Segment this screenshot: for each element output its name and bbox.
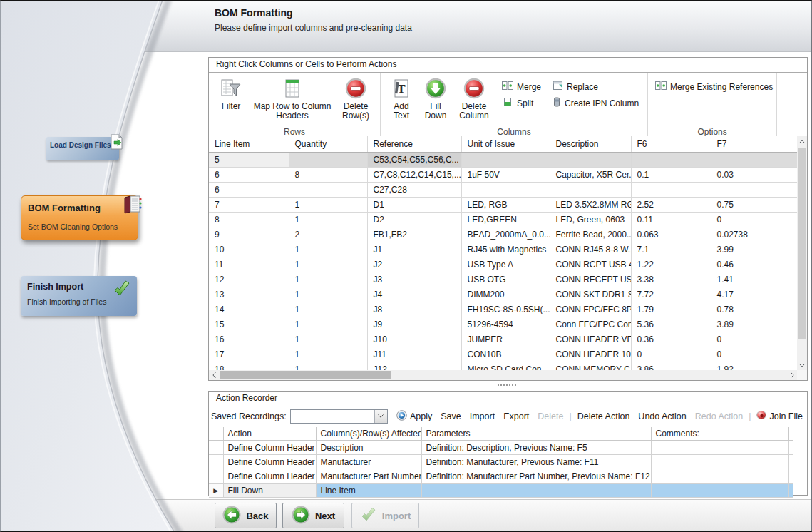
bom-cell[interactable]: 1.41 xyxy=(711,272,791,287)
action-cell[interactable]: Line Item xyxy=(316,484,421,498)
vertical-scroll-thumb[interactable] xyxy=(798,148,806,339)
bom-cell[interactable]: 1 xyxy=(289,302,367,317)
bom-row[interactable]: 141J8FH19SC-8S-0.5SH(...CONN FPC/FFC 8P.… xyxy=(209,302,797,317)
bom-row[interactable]: 81D2LED,GREENLED, Green, 06030.110 xyxy=(209,213,797,227)
action-cell[interactable]: Definition: Manufacturer Part Number, Pr… xyxy=(421,469,651,484)
apply-button[interactable]: Apply xyxy=(396,410,432,423)
bom-cell[interactable]: C53,C54,C55,C56,C... xyxy=(367,153,461,168)
action-cell[interactable] xyxy=(788,455,793,469)
bom-cell[interactable]: 7.72 xyxy=(631,287,711,302)
action-cell[interactable]: Manufacturer Part Number xyxy=(316,469,421,484)
bom-cell[interactable]: 0.46 xyxy=(711,257,791,272)
bom-cell[interactable]: CONN RJ45 8-8 W... xyxy=(550,242,631,257)
action-cell[interactable]: Manufacturer xyxy=(316,455,421,469)
bom-cell[interactable]: 0.02738 xyxy=(711,227,791,242)
bom-cell[interactable]: 3.86 xyxy=(631,362,711,371)
action-cell[interactable]: Definition: Description, Previous Name: … xyxy=(421,441,651,455)
wizard-step-finish-import[interactable]: Finish Import Finish Importing of Files xyxy=(21,276,137,316)
bom-cell[interactable]: Ferrite Bead, 2000... xyxy=(550,227,631,242)
action-column-header[interactable]: Parameters xyxy=(421,427,651,441)
bom-row[interactable]: 181J12Micro SD Card Con...CONN MEMORY C.… xyxy=(209,362,797,371)
bom-cell[interactable]: 13 xyxy=(209,287,289,302)
action-cell[interactable]: Fill Down xyxy=(223,484,316,498)
bom-cell[interactable]: 10 xyxy=(209,242,289,257)
wizard-step-bom-formatting[interactable]: BOM Formatting Set BOM Cleaning Options xyxy=(21,195,138,240)
column-header[interactable]: Description xyxy=(550,136,631,153)
bom-row[interactable]: 6C27,C28 xyxy=(209,183,797,198)
bom-cell[interactable]: USB OTG xyxy=(461,272,550,287)
back-button[interactable]: Back xyxy=(215,503,277,528)
wizard-step-load-design-files[interactable]: Load Design Files xyxy=(46,137,119,160)
bom-cell[interactable]: Conn FFC/FPC Con... xyxy=(550,317,631,332)
map-row-button[interactable]: Map Row to Column Headers xyxy=(250,76,334,121)
bom-row[interactable]: 101J1RJ45 with MagneticsCONN RJ45 8-8 W.… xyxy=(209,242,797,257)
add-text-button[interactable]: T Add Text xyxy=(386,76,416,121)
redo-action-button[interactable]: Redo Action xyxy=(695,411,743,421)
bom-cell[interactable]: LED, RGB xyxy=(461,198,550,213)
bom-cell[interactable]: J10 xyxy=(367,332,461,347)
bom-cell[interactable]: 1.92 xyxy=(711,362,791,371)
bom-cell[interactable]: C27,C28 xyxy=(367,183,461,198)
bom-cell[interactable]: 11 xyxy=(209,257,289,272)
delete-recording-button[interactable]: Delete xyxy=(538,411,563,421)
bom-cell[interactable]: 0 xyxy=(711,213,791,227)
bom-cell[interactable]: 0 xyxy=(631,347,711,362)
bom-cell[interactable]: CONN MEMORY C... xyxy=(550,362,631,371)
bom-cell[interactable] xyxy=(631,183,711,198)
action-cell[interactable] xyxy=(788,484,793,498)
bom-cell[interactable]: 4.17 xyxy=(711,287,791,302)
bom-cell[interactable]: 0.063 xyxy=(631,227,711,242)
bom-row[interactable]: 111J2USB Type ACONN RCPT USB 4...1.220.4… xyxy=(209,257,797,272)
bom-cell[interactable]: 7.1 xyxy=(631,242,711,257)
action-cell[interactable]: Define Column Header xyxy=(223,441,316,455)
replace-button[interactable]: Replace xyxy=(553,78,639,95)
bom-cell[interactable]: 3.38 xyxy=(631,272,711,287)
bom-cell[interactable]: 0.78 xyxy=(711,302,791,317)
bom-cell[interactable]: J2 xyxy=(367,257,461,272)
delete-column-button[interactable]: Delete Column xyxy=(455,76,493,121)
bom-cell[interactable] xyxy=(550,183,631,198)
export-recording-button[interactable]: Export xyxy=(503,411,529,421)
bom-row[interactable]: 121J3USB OTGCONN RECEPT USB...3.381.41 xyxy=(209,272,797,287)
saved-recordings-combobox[interactable] xyxy=(290,409,388,424)
bom-cell[interactable]: 16 xyxy=(209,332,289,347)
horizontal-scroll-thumb[interactable] xyxy=(220,371,391,379)
filter-button[interactable]: Filter xyxy=(215,76,247,111)
bom-cell[interactable]: CONN RCPT USB 4... xyxy=(550,257,631,272)
action-cell[interactable] xyxy=(651,484,788,498)
bom-cell[interactable]: LED,GREEN xyxy=(461,213,550,227)
bom-cell[interactable]: J12 xyxy=(367,362,461,371)
bom-row[interactable]: 171J11CON10BCONN HEADER 10...00 xyxy=(209,347,797,362)
merge-button[interactable]: Merge xyxy=(502,78,541,95)
action-cell[interactable] xyxy=(651,455,788,469)
bom-cell[interactable]: FB1,FB2 xyxy=(367,227,461,242)
bom-cell[interactable]: 12 xyxy=(209,272,289,287)
bom-cell[interactable]: CONN RECEPT USB... xyxy=(550,272,631,287)
action-cell[interactable] xyxy=(651,469,788,484)
bom-cell[interactable] xyxy=(711,153,791,168)
action-row[interactable]: Define Column HeaderManufacturer Part Nu… xyxy=(209,469,793,484)
bom-cell[interactable]: 1 xyxy=(289,287,367,302)
create-ipn-button[interactable]: Create IPN Column xyxy=(553,95,639,111)
bom-cell[interactable] xyxy=(461,153,550,168)
bom-cell[interactable] xyxy=(289,153,367,168)
column-header[interactable]: Reference xyxy=(367,136,461,153)
scroll-up-icon[interactable] xyxy=(797,136,807,146)
bom-cell[interactable] xyxy=(631,153,711,168)
action-cell[interactable]: Description xyxy=(316,441,421,455)
vertical-scrollbar[interactable] xyxy=(797,136,807,370)
bom-cell[interactable]: 1.22 xyxy=(631,257,711,272)
action-row[interactable]: ▶Fill DownLine Item xyxy=(209,484,793,498)
bom-cell[interactable]: J8 xyxy=(367,302,461,317)
bom-cell[interactable]: 1 xyxy=(289,198,367,213)
bom-cell[interactable]: 18 xyxy=(209,362,289,371)
next-button[interactable]: Next xyxy=(282,503,344,528)
delete-action-button[interactable]: Delete Action xyxy=(577,411,630,421)
bom-cell[interactable]: 1 xyxy=(289,317,367,332)
undo-action-button[interactable]: Undo Action xyxy=(638,411,686,421)
bom-cell[interactable]: CONN FPC/FFC 8P... xyxy=(550,302,631,317)
row-selector[interactable] xyxy=(209,441,223,455)
action-cell[interactable] xyxy=(788,441,793,455)
bom-cell[interactable]: 17 xyxy=(209,347,289,362)
bom-cell[interactable] xyxy=(461,183,550,198)
